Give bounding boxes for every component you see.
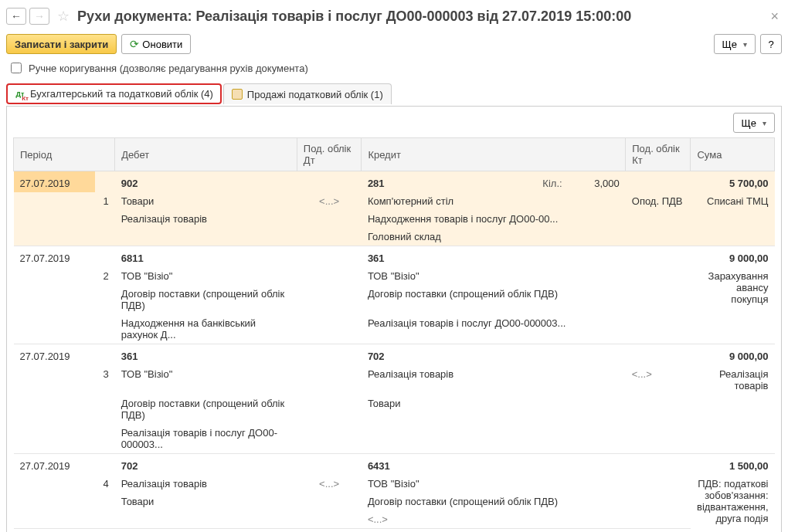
refresh-icon: ⟳: [130, 38, 139, 50]
close-button[interactable]: ×: [767, 8, 782, 25]
table-row[interactable]: 27.07.2019 702 6431 1 500,00 4 Реалізаці…: [14, 454, 775, 529]
arrow-left-icon: ←: [11, 10, 22, 22]
col-pod-dt[interactable]: Под. облік Дт: [297, 138, 362, 171]
col-pod-kt[interactable]: Под. облік Кт: [626, 138, 691, 171]
more-button[interactable]: Ще: [714, 34, 756, 54]
favorite-star-icon[interactable]: ☆: [57, 8, 70, 25]
table-row[interactable]: 27.07.2019 902 281 Кіл.: 3,000 5 700,00 …: [14, 171, 775, 246]
tab-label: Продажі податковий облік (1): [247, 89, 383, 100]
document-icon: [232, 89, 243, 100]
help-button[interactable]: ?: [760, 34, 782, 54]
manual-edit-checkbox[interactable]: [11, 63, 22, 73]
col-sum[interactable]: Сума: [691, 138, 775, 171]
tab-label: Бухгалтерський та податковий облік (4): [30, 88, 213, 100]
refresh-label: Оновити: [142, 39, 182, 50]
arrow-right-icon: →: [34, 10, 45, 22]
refresh-button[interactable]: ⟳ Оновити: [121, 34, 191, 54]
table-row[interactable]: 27.07.2019 361 702 9 000,00 3 ТОВ "Візіо…: [14, 344, 775, 454]
debit-credit-icon: Дт: [15, 89, 25, 100]
table-row[interactable]: 27.07.2019 6811 361 9 000,00 2 ТОВ "Візі…: [14, 246, 775, 344]
nav-forward-button[interactable]: →: [29, 8, 49, 25]
col-debit[interactable]: Дебет: [115, 138, 297, 171]
manual-edit-label: Ручне коригування (дозволяє редагування …: [29, 63, 308, 74]
col-period[interactable]: Період: [14, 138, 115, 171]
page-title: Рухи документа: Реалізація товарів і пос…: [77, 8, 764, 25]
close-icon: ×: [770, 8, 779, 24]
col-credit[interactable]: Кредит: [362, 138, 626, 171]
tab-accounting[interactable]: Дт Бухгалтерський та податковий облік (4…: [6, 83, 222, 104]
tab-sales-tax[interactable]: Продажі податковий облік (1): [223, 83, 392, 104]
grid-more-button[interactable]: Ще: [733, 113, 775, 133]
grid-panel: Ще Період Дебет Под. облік Дт Кредит Под…: [6, 106, 782, 532]
nav-back-button[interactable]: ←: [6, 8, 26, 25]
postings-table: Період Дебет Под. облік Дт Кредит Под. о…: [13, 137, 775, 529]
save-and-close-button[interactable]: Записати і закрити: [6, 34, 117, 54]
